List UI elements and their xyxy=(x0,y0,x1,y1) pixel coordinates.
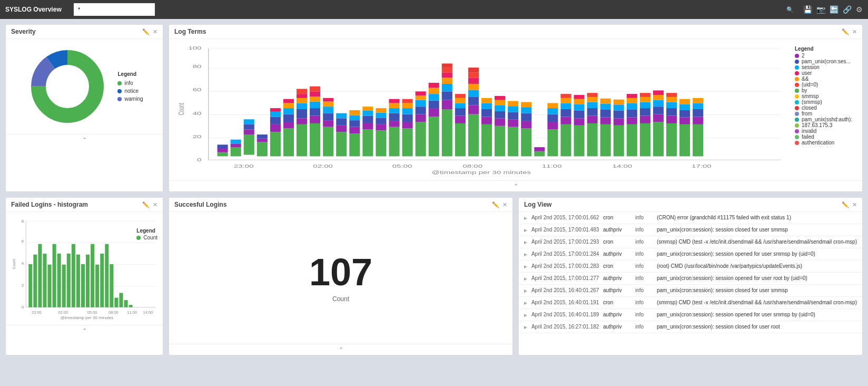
svg-text:05:00: 05:00 xyxy=(392,163,412,169)
svg-rect-146 xyxy=(521,107,531,113)
log-row-timestamp: April 2nd 2015, 17:00:01.662 xyxy=(531,215,600,220)
legend-label-pam-unix-cron: pam_unix(cron:ses... xyxy=(802,59,851,64)
svg-rect-125 xyxy=(468,73,479,78)
log-terms-edit-icon[interactable]: ✏️ xyxy=(842,28,849,35)
legend-dot-ip xyxy=(795,123,799,128)
svg-rect-145 xyxy=(521,113,531,121)
svg-rect-21 xyxy=(231,147,241,156)
failed-logins-footer: ⌃ xyxy=(6,325,163,336)
legend-label-pam-unix-sshd: pam_unix(sshd:auth): xyxy=(802,117,852,122)
log-terms-close-icon[interactable]: ✕ xyxy=(852,28,857,35)
svg-text:@timestamp per 30 minutes: @timestamp per 30 minutes xyxy=(432,170,531,175)
successful-logins-edit-icon[interactable]: ✏️ xyxy=(492,201,499,208)
log-view-edit-icon[interactable]: ✏️ xyxy=(842,201,849,208)
log-row-level: info xyxy=(635,215,654,220)
svg-rect-113 xyxy=(455,123,466,157)
log-terms-actions: ✏️ ✕ xyxy=(842,28,857,35)
log-row[interactable]: ► April 2nd 2015, 17:00:01.662 cron info… xyxy=(519,212,862,224)
svg-text:08:00: 08:00 xyxy=(108,310,119,315)
log-view-body[interactable]: ► April 2nd 2015, 17:00:01.662 cron info… xyxy=(519,212,862,333)
save-icon[interactable]: 💾 xyxy=(803,5,812,14)
legend-item-user: user xyxy=(795,70,858,76)
svg-rect-32 xyxy=(270,124,281,132)
settings-icon[interactable]: ⚙ xyxy=(856,5,863,14)
legend-dot-info xyxy=(117,81,122,85)
legend-item-smmsp: smmsp xyxy=(795,93,858,99)
svg-rect-41 xyxy=(283,99,294,103)
log-row[interactable]: ► April 2nd 2015, 16:40:01.189 authpriv … xyxy=(519,309,862,321)
log-row-program: cron xyxy=(603,300,632,305)
log-row-timestamp: April 2nd 2015, 16:40:01.267 xyxy=(531,287,600,293)
successful-logins-body: 107 Count xyxy=(169,212,512,344)
svg-rect-25 xyxy=(244,129,254,134)
legend-label-count: Count xyxy=(143,235,157,240)
severity-footer: ⌃ xyxy=(6,134,163,145)
failed-logins-collapse-icon[interactable]: ⌃ xyxy=(81,327,87,334)
svg-rect-169 xyxy=(587,108,598,115)
svg-text:11:00: 11:00 xyxy=(127,310,137,315)
svg-rect-67 xyxy=(349,127,360,134)
log-row-message: pam_unix(cron:session): session opened f… xyxy=(657,251,858,257)
svg-rect-165 xyxy=(574,99,585,104)
severity-collapse-icon[interactable]: ⌃ xyxy=(81,137,87,143)
log-row[interactable]: ► April 2nd 2015, 17:00:01.277 authpriv … xyxy=(519,273,862,285)
severity-close-icon[interactable]: ✕ xyxy=(153,28,157,35)
legend-label-session: session xyxy=(802,64,820,70)
svg-rect-76 xyxy=(376,130,386,156)
log-row[interactable]: ► April 2nd 2015, 17:00:01.283 cron info… xyxy=(519,260,862,273)
successful-logins-collapse-icon[interactable]: ⌃ xyxy=(338,346,344,353)
svg-rect-180 xyxy=(614,111,624,118)
svg-rect-179 xyxy=(614,118,624,125)
svg-rect-175 xyxy=(600,110,611,117)
legend-dot-smmsp-paren xyxy=(795,100,799,104)
log-row[interactable]: ► April 2nd 2015, 16:40:01.267 authpriv … xyxy=(519,285,862,297)
svg-rect-168 xyxy=(587,116,598,123)
svg-text:17:00: 17:00 xyxy=(692,163,712,169)
svg-rect-58 xyxy=(323,113,333,120)
severity-edit-icon[interactable]: ✏️ xyxy=(142,28,150,35)
log-row[interactable]: ► April 2nd 2015, 17:00:01.293 cron info… xyxy=(519,236,862,248)
successful-logins-close-icon[interactable]: ✕ xyxy=(502,201,507,208)
log-row-level: info xyxy=(635,300,654,305)
svg-rect-209 xyxy=(679,110,690,117)
link-icon[interactable]: 🔗 xyxy=(843,5,852,14)
svg-text:100: 100 xyxy=(188,46,201,51)
legend-item-pam-unix-sshd: pam_unix(sshd:auth): xyxy=(795,117,858,122)
search-input[interactable] xyxy=(74,3,155,16)
svg-rect-135 xyxy=(495,105,505,111)
svg-rect-238 xyxy=(33,255,37,307)
log-row[interactable]: ► April 2nd 2015, 17:00:01.284 authpriv … xyxy=(519,248,862,260)
share-icon[interactable]: 📷 xyxy=(816,5,825,14)
topbar: SYSLOG Overview 🔍 💾 📷 🔙 🔗 ⚙ xyxy=(0,0,868,19)
log-terms-chart: 0 20 40 60 80 100 Count xyxy=(173,43,790,176)
svg-text:02:00: 02:00 xyxy=(58,310,68,315)
log-terms-collapse-icon[interactable]: ⌃ xyxy=(512,183,519,189)
log-row-program: cron xyxy=(603,215,632,220)
export-icon[interactable]: 🔙 xyxy=(830,5,839,14)
legend-label-closed: closed xyxy=(802,105,817,111)
svg-rect-199 xyxy=(653,95,664,100)
svg-rect-61 xyxy=(323,98,333,102)
failed-logins-close-icon[interactable]: ✕ xyxy=(153,201,157,208)
log-row-message: (smmsp) CMD (test -x /etc/init.d/sendmai… xyxy=(657,300,858,305)
svg-text:80: 80 xyxy=(193,64,202,69)
log-row[interactable]: ► April 2nd 2015, 16:40:01.191 cron info… xyxy=(519,297,862,309)
svg-rect-211 xyxy=(679,99,690,104)
failed-logins-title: Failed Logins - histogram xyxy=(11,201,88,208)
svg-rect-196 xyxy=(653,114,664,122)
log-row[interactable]: ► April 2nd 2015, 17:00:01.483 authpriv … xyxy=(519,224,862,236)
log-row[interactable]: ► April 2nd 2015, 16:27:01.182 authpriv … xyxy=(519,321,862,333)
log-view-close-icon[interactable]: ✕ xyxy=(852,201,857,208)
legend-dot-session xyxy=(795,65,799,70)
legend-label-uid0: (uid=0) xyxy=(802,82,818,88)
failed-logins-edit-icon[interactable]: ✏️ xyxy=(142,201,150,208)
svg-rect-117 xyxy=(455,98,466,103)
legend-label-ampersand: && xyxy=(802,76,808,82)
svg-text:11:00: 11:00 xyxy=(542,163,562,169)
failed-logins-header: Failed Logins - histogram ✏️ ✕ xyxy=(6,198,163,212)
svg-rect-69 xyxy=(349,115,360,121)
svg-rect-184 xyxy=(627,117,637,124)
svg-rect-189 xyxy=(640,123,650,157)
svg-rect-254 xyxy=(110,264,113,307)
svg-rect-137 xyxy=(495,96,505,100)
